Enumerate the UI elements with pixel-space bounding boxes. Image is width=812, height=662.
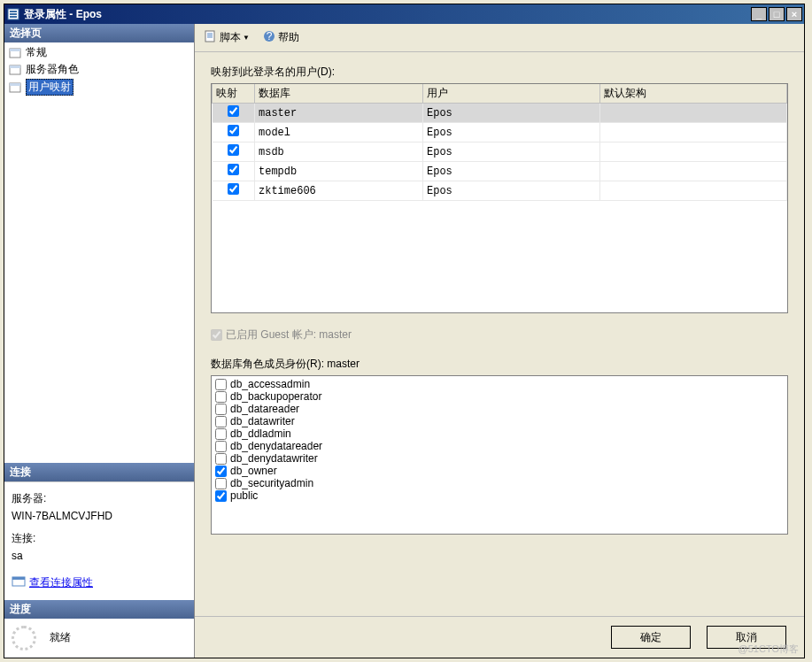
svg-rect-3	[10, 16, 17, 18]
svg-rect-5	[10, 49, 20, 51]
role-checkbox[interactable]	[215, 490, 227, 502]
role-name: db_denydatareader	[230, 440, 322, 452]
schema-cell	[600, 162, 787, 181]
user-cell: Epos	[423, 142, 600, 162]
conn-label: 连接:	[12, 531, 187, 546]
role-item[interactable]: db_owner	[213, 465, 785, 477]
role-name: db_securityadmin	[230, 477, 313, 489]
map-cell[interactable]	[213, 123, 255, 142]
sidebar-page-item[interactable]: 常规	[6, 44, 192, 61]
svg-rect-1	[10, 11, 17, 12]
role-checkbox[interactable]	[215, 466, 227, 477]
ok-button[interactable]: 确定	[611, 626, 691, 649]
map-checkbox[interactable]	[228, 125, 239, 136]
maximize-button[interactable]: □	[769, 7, 785, 21]
conn-link-text: 查看连接属性	[29, 575, 93, 590]
map-checkbox[interactable]	[228, 105, 239, 117]
script-button[interactable]: 脚本 ▼	[200, 27, 253, 48]
role-name: db_datawriter	[230, 415, 295, 427]
progress-section: 就绪	[4, 619, 194, 658]
mapping-table: 映射 数据库 用户 默认架构 masterEposmodelEposmsdbEp…	[212, 84, 787, 201]
left-spacer	[4, 98, 194, 463]
pages-header: 选择页	[4, 24, 194, 42]
col-schema[interactable]: 默认架构	[600, 84, 787, 104]
role-checkbox[interactable]	[215, 453, 227, 465]
table-row[interactable]: msdbEpos	[213, 142, 787, 162]
guest-label: 已启用 Guest 帐户: master	[226, 327, 352, 343]
role-item[interactable]: db_denydatareader	[213, 440, 785, 452]
schema-cell	[600, 181, 787, 201]
svg-rect-9	[10, 83, 20, 86]
role-item[interactable]: db_securityadmin	[213, 477, 785, 489]
role-checkbox[interactable]	[215, 416, 227, 427]
map-cell[interactable]	[213, 181, 255, 201]
roles-list[interactable]: db_accessadmindb_backupoperatordb_datare…	[211, 375, 788, 535]
role-item[interactable]: db_ddladmin	[213, 427, 785, 440]
dialog-body: 选择页 常规服务器角色用户映射 连接 服务器: WIN-7BALMCVJFHD …	[4, 24, 804, 658]
guest-checkbox	[211, 329, 222, 341]
role-checkbox[interactable]	[215, 379, 227, 390]
role-checkbox[interactable]	[215, 441, 227, 452]
map-cell[interactable]	[213, 104, 255, 123]
watermark: @51CTO博客	[739, 643, 799, 656]
role-item[interactable]: public	[213, 489, 785, 502]
script-label: 脚本	[220, 30, 241, 45]
role-checkbox[interactable]	[215, 428, 227, 440]
help-icon: ?	[262, 29, 276, 46]
toolbar: 脚本 ▼ ? 帮助	[195, 24, 804, 52]
pages-list: 常规服务器角色用户映射	[4, 42, 194, 98]
role-name: db_datareader	[230, 403, 299, 415]
table-row[interactable]: zktime606Epos	[213, 181, 787, 201]
role-name: db_denydatawriter	[230, 452, 318, 465]
role-checkbox[interactable]	[215, 391, 227, 403]
map-checkbox[interactable]	[228, 144, 239, 156]
role-item[interactable]: db_accessadmin	[213, 378, 785, 390]
mapping-grid[interactable]: 映射 数据库 用户 默认架构 masterEposmodelEposmsdbEp…	[211, 83, 788, 313]
minimize-button[interactable]: _	[751, 7, 767, 21]
view-connection-properties-link[interactable]: 查看连接属性	[12, 574, 187, 591]
svg-rect-7	[10, 65, 20, 68]
map-checkbox[interactable]	[228, 183, 239, 195]
mapping-label: 映射到此登录名的用户(D):	[211, 65, 788, 80]
role-item[interactable]: db_backupoperator	[213, 390, 785, 403]
help-label: 帮助	[278, 30, 299, 45]
schema-cell	[600, 104, 787, 123]
map-cell[interactable]	[213, 162, 255, 181]
page-label: 服务器角色	[26, 62, 79, 77]
role-item[interactable]: db_datareader	[213, 403, 785, 415]
user-cell: Epos	[423, 162, 600, 181]
user-cell: Epos	[423, 123, 600, 142]
role-name: db_accessadmin	[230, 378, 310, 390]
user-cell: Epos	[423, 181, 600, 201]
button-bar: 确定 取消	[195, 616, 804, 658]
sidebar-page-item[interactable]: 用户映射	[6, 78, 192, 96]
roles-label: 数据库角色成员身份(R): master	[211, 357, 788, 372]
col-map[interactable]: 映射	[213, 84, 255, 104]
db-cell: msdb	[255, 142, 423, 162]
table-row[interactable]: masterEpos	[213, 104, 787, 123]
script-icon	[204, 29, 218, 46]
help-button[interactable]: ? 帮助	[259, 27, 303, 48]
spinner-icon	[12, 626, 36, 650]
window-title: 登录属性 - Epos	[24, 7, 749, 22]
col-db[interactable]: 数据库	[255, 84, 423, 104]
progress-header: 进度	[4, 600, 194, 619]
table-row[interactable]: tempdbEpos	[213, 162, 787, 181]
table-row[interactable]: modelEpos	[213, 123, 787, 142]
map-cell[interactable]	[213, 142, 255, 162]
schema-cell	[600, 142, 787, 162]
role-item[interactable]: db_datawriter	[213, 415, 785, 427]
role-item[interactable]: db_denydatawriter	[213, 452, 785, 465]
db-cell: master	[255, 104, 423, 123]
db-cell: tempdb	[255, 162, 423, 181]
connection-section: 服务器: WIN-7BALMCVJFHD 连接: sa 查看连接属性	[4, 481, 194, 600]
close-button[interactable]: ×	[786, 7, 802, 21]
role-checkbox[interactable]	[215, 478, 227, 489]
app-icon	[6, 7, 20, 21]
role-checkbox[interactable]	[215, 404, 227, 415]
window-buttons: _ □ ×	[749, 7, 802, 21]
page-icon	[8, 81, 22, 95]
sidebar-page-item[interactable]: 服务器角色	[6, 61, 192, 78]
col-user[interactable]: 用户	[423, 84, 600, 104]
map-checkbox[interactable]	[228, 164, 239, 175]
